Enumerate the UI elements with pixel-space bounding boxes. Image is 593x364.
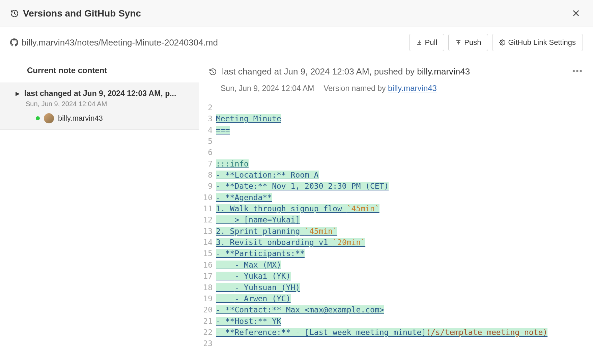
line-number: 18 [199,282,216,293]
code-line: 143. Revisit onboarding v1 `20min` [199,237,593,248]
code-line: 12 > [name=Yukai] [199,214,593,225]
content-title-user[interactable]: billy.marvin43 [417,66,470,77]
line-content [216,102,593,113]
line-content: - **Date:** Nov 1, 2030 2:30 PM (CET) [216,181,593,192]
line-number: 15 [199,248,216,259]
avatar [44,113,54,123]
line-number: 21 [199,316,216,327]
line-content: - **Agenda** [216,192,593,203]
line-content: - **Participants:** [216,248,593,259]
line-number: 19 [199,293,216,304]
line-number: 9 [199,181,216,192]
line-content: - Max (MX) [216,260,593,271]
sidebar-header: Current note content [0,58,199,83]
line-content: > [name=Yukai] [216,214,593,225]
line-content: - **Reference:** - [Last week meeting mi… [216,327,593,338]
gear-icon [499,39,505,46]
upload-icon [455,39,461,46]
version-author: billy.marvin43 [36,113,189,123]
code-line: 22- **Reference:** - [Last week meeting … [199,327,593,338]
version-item[interactable]: ▶ last changed at Jun 9, 2024 12:03 AM, … [0,83,199,130]
line-number: 23 [199,338,216,349]
main-region: Current note content ▶ last changed at J… [0,58,593,364]
line-content [216,338,593,349]
line-number: 5 [199,136,216,147]
line-content: Meeting Minute [216,113,593,124]
author-name: billy.marvin43 [58,114,103,123]
line-number: 11 [199,203,216,214]
close-button[interactable]: ✕ [569,6,583,21]
push-label: Push [464,38,481,47]
github-icon [10,38,18,47]
settings-label: GitHub Link Settings [508,38,576,47]
code-line: 15- **Participants:** [199,248,593,259]
code-line: 111. Walk through signup flow `45min` [199,203,593,214]
line-number: 10 [199,192,216,203]
history-icon [208,67,217,76]
named-by-link[interactable]: billy.marvin43 [388,84,437,93]
push-button[interactable]: Push [448,34,488,51]
more-icon[interactable]: ••• [572,66,583,76]
content-header: last changed at Jun 9, 2024 12:03 AM, pu… [199,58,593,81]
line-content: 3. Revisit onboarding v1 `20min` [216,237,593,248]
subheader-left: billy.marvin43/notes/Meeting-Minute-2024… [10,37,218,48]
code-line: 17 - Yukai (YK) [199,271,593,282]
pull-button[interactable]: Pull [409,34,445,51]
code-line: 8- **Location:** Room A [199,170,593,181]
line-content: :::info [216,158,593,170]
content-panel: last changed at Jun 9, 2024 12:03 AM, pu… [199,58,593,364]
code-area[interactable]: 2 3Meeting Minute4===5 6 7:::info8- **Lo… [199,100,593,350]
line-number: 20 [199,304,216,315]
status-dot-icon [36,116,40,120]
content-header-left: last changed at Jun 9, 2024 12:03 AM, pu… [208,66,470,77]
content-date: Sun, Jun 9, 2024 12:04 AM [221,84,314,93]
code-line: 132. Sprint planning `45min` [199,226,593,237]
line-content: - Yukai (YK) [216,271,593,282]
code-line: 2 [199,102,593,113]
version-top: ▶ last changed at Jun 9, 2024 12:03 AM, … [16,89,189,98]
code-line: 20- **Contact:** Max <max@example.com> [199,304,593,315]
code-line: 7:::info [199,158,593,170]
line-content [216,147,593,158]
github-link-settings-button[interactable]: GitHub Link Settings [492,34,583,51]
code-line: 9- **Date:** Nov 1, 2030 2:30 PM (CET) [199,181,593,192]
header-left: Versions and GitHub Sync [10,8,141,19]
line-content: === [216,125,593,136]
subheader-actions: Pull Push GitHub Link Settings [409,34,583,51]
code-line: 16 - Max (MX) [199,260,593,271]
line-content: - **Location:** Room A [216,170,593,181]
version-title: last changed at Jun 9, 2024 12:03 AM, p.… [24,89,176,98]
line-number: 12 [199,214,216,225]
named-by-label: Version named by [323,84,386,93]
code-line: 23 [199,338,593,349]
line-number: 3 [199,113,216,124]
code-line: 18 - Yuhsuan (YH) [199,282,593,293]
code-line: 19 - Arwen (YC) [199,293,593,304]
page-title: Versions and GitHub Sync [23,8,141,19]
line-content: 1. Walk through signup flow `45min` [216,203,593,214]
line-number: 6 [199,147,216,158]
line-content: 2. Sprint planning `45min` [216,226,593,237]
line-number: 8 [199,170,216,181]
chevron-right-icon[interactable]: ▶ [16,90,20,97]
content-title-prefix: last changed at Jun 9, 2024 12:03 AM, pu… [222,66,415,77]
line-content [216,136,593,147]
history-icon [10,9,19,18]
content-title: last changed at Jun 9, 2024 12:03 AM, pu… [222,66,470,77]
download-icon [416,39,422,46]
line-content: - **Host:** YK [216,316,593,327]
line-content: - Arwen (YC) [216,293,593,304]
header: Versions and GitHub Sync ✕ [0,0,593,27]
sidebar: Current note content ▶ last changed at J… [0,58,199,364]
code-line: 4=== [199,125,593,136]
named-by: Version named by billy.marvin43 [323,84,436,93]
line-number: 17 [199,271,216,282]
line-number: 14 [199,237,216,248]
code-line: 5 [199,136,593,147]
line-number: 16 [199,260,216,271]
line-content: - Yuhsuan (YH) [216,282,593,293]
subheader: billy.marvin43/notes/Meeting-Minute-2024… [0,27,593,58]
version-date: Sun, Jun 9, 2024 12:04 AM [26,100,189,108]
code-line: 3Meeting Minute [199,113,593,124]
line-number: 2 [199,102,216,113]
